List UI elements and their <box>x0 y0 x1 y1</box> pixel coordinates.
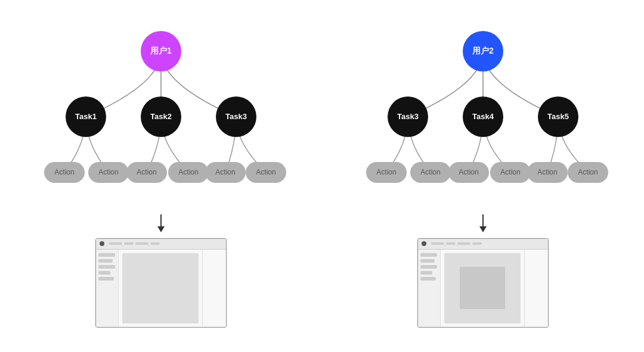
task-node-1-3: Task3 <box>216 96 256 137</box>
diagram-section-1: 用户1 Task1 Task2 Task3 Action Action Acti… <box>36 25 286 328</box>
mockup-1-dot <box>100 241 104 246</box>
mockup-2-dot <box>422 241 426 246</box>
mockup-2-titlebar <box>418 239 548 250</box>
sidebar2-item-5 <box>420 277 436 281</box>
main-container: 用户1 Task1 Task2 Task3 Action Action Acti… <box>24 13 620 339</box>
mockup-1-main <box>119 250 202 327</box>
toolbar-line-1 <box>109 242 122 245</box>
action-node-1-6: Action <box>246 162 286 183</box>
toolbar2-line-4 <box>472 242 482 245</box>
task-node-2-2: Task4 <box>463 96 503 137</box>
mockup-1-toolbar <box>109 242 160 245</box>
action-node-1-2: Action <box>88 162 129 183</box>
sidebar-item-1 <box>98 253 115 257</box>
task-node-1-1: Task1 <box>66 96 106 137</box>
sidebar2-item-1 <box>420 253 437 257</box>
user-node-1: 用户1 <box>141 31 181 71</box>
mockup-1-content <box>122 253 199 323</box>
sidebar-item-5 <box>98 277 114 281</box>
tree-2: 用户2 Task3 Task4 Task5 Action Action Acti… <box>358 25 608 210</box>
mockup-1-body <box>96 250 226 327</box>
task-node-1-2: Task2 <box>141 96 181 137</box>
action-node-1-1: Action <box>44 162 85 183</box>
sidebar2-item-4 <box>420 271 432 275</box>
action-node-2-4: Action <box>490 162 531 183</box>
user-node-2: 用户2 <box>463 31 503 71</box>
toolbar-line-2 <box>124 242 134 245</box>
toolbar2-line-3 <box>457 242 470 245</box>
mockup-2-body <box>418 250 548 327</box>
mockup-2-toolbar <box>431 242 482 245</box>
mockup-2-content-inner <box>460 267 506 309</box>
mockup-2-sidebar <box>418 250 441 327</box>
mockup-1 <box>95 238 227 328</box>
action-node-1-5: Action <box>205 162 246 183</box>
sidebar2-item-2 <box>420 259 435 263</box>
toolbar-line-4 <box>150 242 160 245</box>
sidebar-item-4 <box>98 271 110 275</box>
mockup-1-titlebar <box>96 239 226 250</box>
action-node-2-3: Action <box>448 162 489 183</box>
sidebar-item-2 <box>98 259 113 263</box>
mockup-2-main <box>441 250 524 327</box>
mockup-1-sidebar <box>96 250 119 327</box>
action-node-2-5: Action <box>527 162 568 183</box>
action-node-2-1: Action <box>366 162 407 183</box>
action-node-1-3: Action <box>126 162 167 183</box>
diagram-section-2: 用户2 Task3 Task4 Task5 Action Action Acti… <box>358 25 608 328</box>
toolbar-line-3 <box>135 242 148 245</box>
task-node-2-3: Task5 <box>538 96 578 137</box>
mockup-2 <box>417 238 549 328</box>
toolbar2-line-1 <box>431 242 444 245</box>
tree-1: 用户1 Task1 Task2 Task3 Action Action Acti… <box>36 25 286 210</box>
mockup-2-content <box>444 253 521 323</box>
action-node-2-6: Action <box>568 162 608 183</box>
action-node-1-4: Action <box>168 162 209 183</box>
mockup-1-right-panel <box>202 250 226 327</box>
mockup-2-right-panel <box>524 250 548 327</box>
task-node-2-1: Task3 <box>388 96 428 137</box>
arrow-down-1 <box>157 214 165 232</box>
action-node-2-2: Action <box>410 162 451 183</box>
arrow-down-2 <box>479 214 487 232</box>
sidebar2-item-3 <box>420 265 437 269</box>
toolbar2-line-2 <box>446 242 456 245</box>
sidebar-item-3 <box>98 265 115 269</box>
